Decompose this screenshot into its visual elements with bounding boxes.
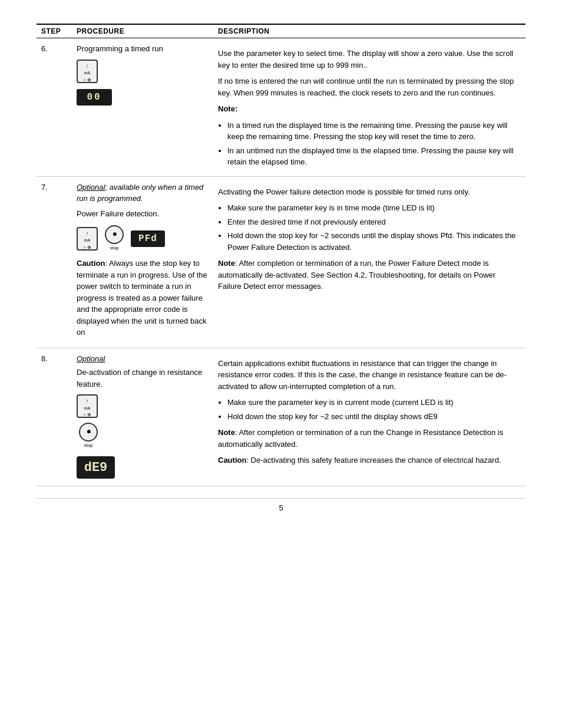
bullet-item: Hold down the stop key for ~2 sec until … (227, 411, 521, 423)
desc-main-8: Certain applications exhibit fluctuation… (218, 358, 521, 393)
optional-text-8: Optional (77, 353, 209, 365)
bullet-item: Make sure the parameter key is in curren… (227, 397, 521, 409)
page-footer: 5 (37, 498, 525, 512)
bullet-item: Hold down the stop key for ~2 seconds un… (227, 230, 521, 253)
subtitle-7: Power Failure detection. (77, 208, 209, 220)
desc-para2-6: If no time is entered the run will conti… (218, 75, 521, 98)
param-key-icon-8: ↑ mA ○⊕ (77, 394, 209, 418)
stop-button-icon-8: ⏺ stop (77, 421, 209, 450)
procedure-cell-6: Programming a timed run ↑ mA ○⊕ 00 (72, 38, 213, 177)
desc-main-7: Activating the Power failure detection m… (218, 186, 521, 198)
header-description: DESCRIPTION (213, 24, 525, 38)
step-number: 8. (37, 348, 72, 486)
procedure-cell-7: Optional; available only when a timed ru… (72, 176, 213, 348)
step-number: 6. (37, 38, 72, 177)
table-row: 6. Programming a timed run ↑ mA ○⊕ (37, 38, 525, 177)
param-key-icon-7: ↑ mA ○⊕ (77, 227, 98, 251)
bullet-list-7: Make sure the parameter key is in time m… (227, 202, 521, 253)
description-cell-8: Certain applications exhibit fluctuation… (213, 348, 525, 486)
display-icon-6: 00 (77, 87, 209, 108)
stop-button-icon-7: ⏺ stop (105, 225, 124, 252)
bullet-list-6: In a timed run the displayed time is the… (227, 120, 521, 168)
bullet-list-8: Make sure the parameter key is in curren… (227, 397, 521, 422)
bullet-item: In an untimed run the displayed time is … (227, 145, 521, 168)
description-cell-7: Activating the Power failure detection m… (213, 176, 525, 348)
table-row: 7. Optional; available only when a timed… (37, 176, 525, 348)
page-content: STEP PROCEDURE DESCRIPTION 6. Programmin… (37, 24, 525, 512)
note-text-8: Note: After completion or termination of… (218, 427, 521, 450)
procedure-title-6: Programming a timed run (77, 43, 209, 55)
bullet-item: Enter the desired time if not previously… (227, 216, 521, 228)
note-label-6: Note: (218, 103, 521, 115)
step-number: 7. (37, 176, 72, 348)
optional-text-7: Optional; available only when a timed ru… (77, 182, 209, 205)
note-text-7: Note: After completion or termination of… (218, 258, 521, 292)
de9-display-8: dE9 (77, 454, 209, 481)
param-key-icon-6: ↑ mA ○⊕ (77, 60, 209, 83)
procedure-cell-8: Optional De-activation of change in resi… (72, 348, 213, 486)
description-cell-6: Use the parameter key to select time. Th… (213, 38, 525, 177)
desc-para1-6: Use the parameter key to select time. Th… (218, 48, 521, 71)
bullet-item: In a timed run the displayed time is the… (227, 120, 521, 143)
caution-text-7: Caution: Always use the stop key to term… (77, 258, 209, 338)
pfd-display-7: PFd (131, 230, 165, 247)
subtitle-8: De-activation of change in resistance fe… (77, 367, 209, 390)
header-procedure: PROCEDURE (72, 24, 213, 38)
table-row: 8. Optional De-activation of change in r… (37, 348, 525, 486)
main-table: STEP PROCEDURE DESCRIPTION 6. Programmin… (37, 24, 525, 486)
caution-text-8: Caution: De-activating this safety featu… (218, 454, 521, 466)
header-step: STEP (37, 24, 72, 38)
icons-row-7: ↑ mA ○⊕ ⏺ stop PFd (77, 224, 209, 253)
page-number: 5 (279, 503, 283, 512)
bullet-item: Make sure the parameter key is in time m… (227, 202, 521, 214)
